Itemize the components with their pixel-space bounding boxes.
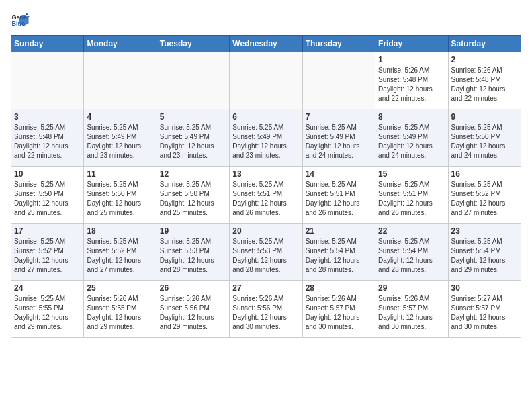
weekday-header-saturday: Saturday <box>448 36 521 52</box>
day-info: Sunrise: 5:26 AM Sunset: 5:56 PM Dayligh… <box>160 294 226 332</box>
calendar-cell: 28Sunrise: 5:26 AM Sunset: 5:57 PM Dayli… <box>302 281 375 338</box>
day-number: 12 <box>160 169 226 179</box>
calendar-cell: 17Sunrise: 5:25 AM Sunset: 5:52 PM Dayli… <box>11 224 84 281</box>
weekday-header-wednesday: Wednesday <box>230 36 302 52</box>
calendar-cell: 3Sunrise: 5:25 AM Sunset: 5:48 PM Daylig… <box>11 109 84 167</box>
day-number: 18 <box>87 226 153 236</box>
calendar-cell: 5Sunrise: 5:25 AM Sunset: 5:49 PM Daylig… <box>157 109 229 167</box>
calendar-cell <box>230 52 302 109</box>
calendar-cell: 14Sunrise: 5:25 AM Sunset: 5:51 PM Dayli… <box>302 167 375 224</box>
day-number: 1 <box>378 55 445 64</box>
day-info: Sunrise: 5:25 AM Sunset: 5:49 PM Dayligh… <box>87 123 153 161</box>
day-number: 10 <box>14 169 81 179</box>
calendar-cell: 2Sunrise: 5:26 AM Sunset: 5:48 PM Daylig… <box>448 52 521 109</box>
day-info: Sunrise: 5:25 AM Sunset: 5:51 PM Dayligh… <box>232 180 299 218</box>
calendar-cell: 11Sunrise: 5:25 AM Sunset: 5:50 PM Dayli… <box>84 167 157 224</box>
calendar-cell: 7Sunrise: 5:25 AM Sunset: 5:49 PM Daylig… <box>302 109 375 167</box>
day-number: 4 <box>87 112 153 122</box>
calendar-cell: 21Sunrise: 5:25 AM Sunset: 5:54 PM Dayli… <box>302 224 375 281</box>
day-number: 3 <box>14 112 81 122</box>
day-number: 20 <box>232 226 299 236</box>
day-info: Sunrise: 5:25 AM Sunset: 5:49 PM Dayligh… <box>232 123 299 161</box>
calendar-cell: 25Sunrise: 5:26 AM Sunset: 5:55 PM Dayli… <box>84 281 157 338</box>
day-info: Sunrise: 5:25 AM Sunset: 5:49 PM Dayligh… <box>306 123 372 161</box>
day-number: 8 <box>378 112 445 122</box>
day-number: 13 <box>232 169 299 179</box>
calendar-table: SundayMondayTuesdayWednesdayThursdayFrid… <box>11 35 521 338</box>
day-number: 21 <box>306 226 372 236</box>
day-number: 30 <box>451 283 518 293</box>
calendar-cell: 20Sunrise: 5:25 AM Sunset: 5:53 PM Dayli… <box>230 224 302 281</box>
day-info: Sunrise: 5:25 AM Sunset: 5:49 PM Dayligh… <box>160 123 226 161</box>
calendar-cell: 23Sunrise: 5:25 AM Sunset: 5:54 PM Dayli… <box>448 224 521 281</box>
day-info: Sunrise: 5:25 AM Sunset: 5:54 PM Dayligh… <box>451 237 518 275</box>
day-number: 17 <box>14 226 81 236</box>
day-info: Sunrise: 5:25 AM Sunset: 5:50 PM Dayligh… <box>451 123 518 161</box>
calendar-cell: 13Sunrise: 5:25 AM Sunset: 5:51 PM Dayli… <box>230 167 302 224</box>
day-number: 23 <box>451 226 518 236</box>
day-number: 14 <box>306 169 372 179</box>
day-number: 2 <box>451 55 518 64</box>
day-number: 15 <box>378 169 445 179</box>
day-info: Sunrise: 5:25 AM Sunset: 5:50 PM Dayligh… <box>160 180 226 218</box>
day-info: Sunrise: 5:26 AM Sunset: 5:56 PM Dayligh… <box>232 294 299 332</box>
calendar-cell: 8Sunrise: 5:25 AM Sunset: 5:49 PM Daylig… <box>375 109 448 167</box>
calendar-cell: 29Sunrise: 5:26 AM Sunset: 5:57 PM Dayli… <box>375 281 448 338</box>
day-info: Sunrise: 5:25 AM Sunset: 5:53 PM Dayligh… <box>232 237 299 275</box>
header: General Blue <box>11 11 521 30</box>
day-number: 7 <box>306 112 372 122</box>
day-info: Sunrise: 5:25 AM Sunset: 5:50 PM Dayligh… <box>14 180 81 218</box>
day-number: 28 <box>306 283 372 293</box>
calendar-cell: 12Sunrise: 5:25 AM Sunset: 5:50 PM Dayli… <box>157 167 229 224</box>
day-number: 6 <box>232 112 299 122</box>
day-number: 22 <box>378 226 445 236</box>
calendar-cell <box>302 52 375 109</box>
calendar-cell: 15Sunrise: 5:25 AM Sunset: 5:51 PM Dayli… <box>375 167 448 224</box>
day-info: Sunrise: 5:25 AM Sunset: 5:51 PM Dayligh… <box>378 180 445 218</box>
calendar-cell: 26Sunrise: 5:26 AM Sunset: 5:56 PM Dayli… <box>157 281 229 338</box>
day-info: Sunrise: 5:26 AM Sunset: 5:57 PM Dayligh… <box>306 294 372 332</box>
day-number: 29 <box>378 283 445 293</box>
calendar-cell: 24Sunrise: 5:25 AM Sunset: 5:55 PM Dayli… <box>11 281 84 338</box>
day-number: 19 <box>160 226 226 236</box>
calendar-cell: 1Sunrise: 5:26 AM Sunset: 5:48 PM Daylig… <box>375 52 448 109</box>
day-info: Sunrise: 5:25 AM Sunset: 5:48 PM Dayligh… <box>14 123 81 161</box>
day-info: Sunrise: 5:25 AM Sunset: 5:49 PM Dayligh… <box>378 123 445 161</box>
day-info: Sunrise: 5:25 AM Sunset: 5:52 PM Dayligh… <box>451 180 518 218</box>
calendar-cell <box>11 52 84 109</box>
day-info: Sunrise: 5:25 AM Sunset: 5:50 PM Dayligh… <box>87 180 153 218</box>
calendar-cell: 27Sunrise: 5:26 AM Sunset: 5:56 PM Dayli… <box>230 281 302 338</box>
day-number: 5 <box>160 112 226 122</box>
weekday-header-sunday: Sunday <box>11 36 84 52</box>
day-number: 25 <box>87 283 153 293</box>
calendar-cell <box>84 52 157 109</box>
logo-icon: General Blue <box>11 11 30 30</box>
calendar-cell: 19Sunrise: 5:25 AM Sunset: 5:53 PM Dayli… <box>157 224 229 281</box>
weekday-header-friday: Friday <box>375 36 448 52</box>
day-number: 27 <box>232 283 299 293</box>
calendar-cell: 10Sunrise: 5:25 AM Sunset: 5:50 PM Dayli… <box>11 167 84 224</box>
day-info: Sunrise: 5:25 AM Sunset: 5:52 PM Dayligh… <box>87 237 153 275</box>
day-info: Sunrise: 5:27 AM Sunset: 5:57 PM Dayligh… <box>451 294 518 332</box>
weekday-header-tuesday: Tuesday <box>157 36 229 52</box>
day-number: 16 <box>451 169 518 179</box>
calendar-cell: 30Sunrise: 5:27 AM Sunset: 5:57 PM Dayli… <box>448 281 521 338</box>
calendar-header: SundayMondayTuesdayWednesdayThursdayFrid… <box>11 36 521 52</box>
calendar-cell: 16Sunrise: 5:25 AM Sunset: 5:52 PM Dayli… <box>448 167 521 224</box>
day-info: Sunrise: 5:26 AM Sunset: 5:57 PM Dayligh… <box>378 294 445 332</box>
weekday-header-monday: Monday <box>84 36 157 52</box>
day-info: Sunrise: 5:25 AM Sunset: 5:52 PM Dayligh… <box>14 237 81 275</box>
day-info: Sunrise: 5:25 AM Sunset: 5:51 PM Dayligh… <box>306 180 372 218</box>
weekday-header-thursday: Thursday <box>302 36 375 52</box>
day-number: 9 <box>451 112 518 122</box>
calendar-cell: 9Sunrise: 5:25 AM Sunset: 5:50 PM Daylig… <box>448 109 521 167</box>
day-info: Sunrise: 5:25 AM Sunset: 5:54 PM Dayligh… <box>378 237 445 275</box>
day-number: 24 <box>14 283 81 293</box>
day-info: Sunrise: 5:25 AM Sunset: 5:55 PM Dayligh… <box>14 294 81 332</box>
day-number: 26 <box>160 283 226 293</box>
day-info: Sunrise: 5:26 AM Sunset: 5:48 PM Dayligh… <box>378 66 445 103</box>
day-number: 11 <box>87 169 153 179</box>
calendar-cell: 22Sunrise: 5:25 AM Sunset: 5:54 PM Dayli… <box>375 224 448 281</box>
day-info: Sunrise: 5:25 AM Sunset: 5:54 PM Dayligh… <box>306 237 372 275</box>
calendar-cell: 18Sunrise: 5:25 AM Sunset: 5:52 PM Dayli… <box>84 224 157 281</box>
